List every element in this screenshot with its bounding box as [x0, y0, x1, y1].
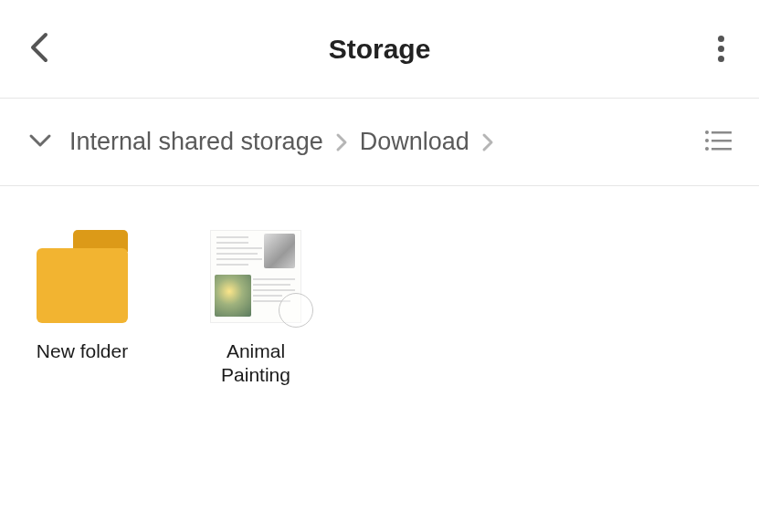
chevron-down-icon[interactable] [27, 132, 53, 152]
svg-point-4 [705, 147, 709, 151]
breadcrumb-bar: Internal shared storage Download [0, 99, 759, 186]
svg-rect-3 [712, 140, 732, 142]
svg-point-2 [705, 139, 709, 142]
breadcrumb-segment[interactable]: Download [360, 128, 469, 156]
svg-point-0 [705, 130, 709, 134]
page-title: Storage [329, 34, 431, 65]
folder-icon [37, 230, 128, 323]
breadcrumb: Internal shared storage Download [69, 128, 501, 156]
breadcrumb-segment[interactable]: Internal shared storage [69, 128, 323, 156]
file-thumbnail [210, 230, 301, 323]
folder-item[interactable]: New folder [27, 230, 137, 388]
list-view-icon[interactable] [704, 130, 732, 155]
touch-indicator-icon [279, 293, 313, 328]
chevron-right-icon [480, 131, 495, 153]
file-grid: New folder Animal Painting [0, 186, 759, 432]
chevron-right-icon [334, 131, 349, 153]
svg-rect-1 [712, 131, 732, 134]
more-options-icon[interactable] [711, 25, 732, 73]
svg-rect-5 [712, 148, 732, 151]
back-icon[interactable] [27, 31, 49, 68]
file-item[interactable]: Animal Painting [201, 230, 311, 388]
item-label: New folder [37, 339, 128, 363]
app-header: Storage [0, 0, 759, 99]
item-label: Animal Painting [201, 339, 311, 388]
